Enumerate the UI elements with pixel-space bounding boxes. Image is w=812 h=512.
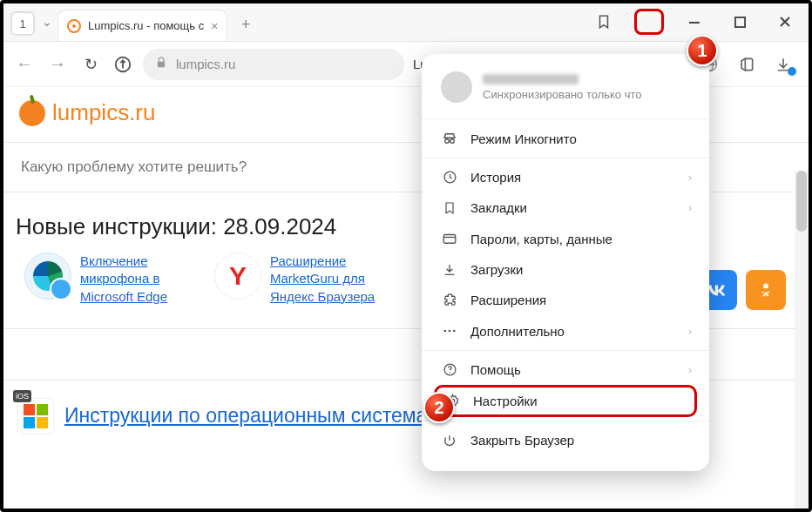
svg-point-7 bbox=[445, 139, 450, 144]
tab-title: Lumpics.ru - помощь с bbox=[88, 19, 204, 32]
svg-rect-0 bbox=[689, 22, 700, 24]
svg-rect-1 bbox=[734, 17, 744, 26]
menu-label: Помощь bbox=[470, 362, 521, 377]
yandex-home-icon[interactable] bbox=[112, 53, 134, 76]
menu-downloads[interactable]: Загрузки bbox=[422, 254, 709, 285]
reader-mode-icon[interactable] bbox=[735, 53, 758, 76]
menu-bookmarks[interactable]: Закладки › bbox=[422, 192, 709, 223]
menu-incognito[interactable]: Режим Инкогнито bbox=[422, 123, 709, 154]
bookmark-titlebar-icon[interactable] bbox=[589, 9, 619, 35]
svg-point-6 bbox=[763, 283, 768, 288]
svg-point-15 bbox=[449, 372, 450, 373]
svg-point-13 bbox=[453, 330, 456, 333]
scrollbar-thumb[interactable] bbox=[796, 171, 807, 232]
chevron-right-icon: › bbox=[688, 201, 692, 214]
history-icon bbox=[441, 170, 458, 185]
menu-passwords[interactable]: Пароли, карты, данные bbox=[422, 223, 709, 254]
article-card[interactable]: Включение микрофона в Microsoft Edge bbox=[24, 253, 199, 306]
scrollbar-track[interactable] bbox=[795, 171, 809, 509]
bookmark-icon bbox=[441, 201, 458, 215]
browser-tab-active[interactable]: Lumpics.ru - помощь с × bbox=[58, 10, 227, 41]
site-logo-text: lumpics.ru bbox=[52, 99, 155, 126]
tab-close-icon[interactable]: × bbox=[211, 19, 218, 33]
menu-label: Настройки bbox=[473, 394, 538, 408]
tab-counter[interactable]: 1 bbox=[10, 11, 35, 36]
svg-point-11 bbox=[443, 330, 446, 333]
menu-history[interactable]: История › bbox=[422, 162, 709, 192]
menu-label: Режим Инкогнито bbox=[470, 131, 577, 146]
menu-label: Закладки bbox=[470, 200, 527, 215]
menu-label: Дополнительно bbox=[470, 324, 565, 339]
yandex-browser-icon: Y bbox=[214, 253, 261, 300]
menu-user-row[interactable]: Синхронизировано только что bbox=[422, 66, 709, 115]
svg-point-8 bbox=[450, 139, 455, 144]
hamburger-icon bbox=[637, 9, 661, 35]
address-bar[interactable]: lumpics.ru bbox=[143, 49, 404, 80]
orange-logo-icon bbox=[19, 100, 45, 126]
menu-label: Пароли, карты, данные bbox=[470, 232, 612, 246]
card-icon bbox=[441, 231, 458, 246]
article-link[interactable]: Включение микрофона в Microsoft Edge bbox=[80, 253, 199, 306]
article-link[interactable]: Расширение MarketGuru для Яндекс Браузер… bbox=[270, 253, 389, 306]
reload-button[interactable]: ↻ bbox=[78, 55, 103, 74]
svg-point-5 bbox=[741, 64, 742, 65]
sync-status: Синхронизировано только что bbox=[483, 88, 642, 101]
window-minimize-button[interactable] bbox=[680, 9, 709, 35]
new-tab-button[interactable]: + bbox=[233, 11, 259, 37]
svg-rect-10 bbox=[443, 235, 456, 244]
ok-share-button[interactable] bbox=[746, 270, 786, 310]
lock-icon bbox=[155, 57, 167, 71]
download-icon bbox=[441, 263, 458, 277]
downloads-icon[interactable] bbox=[772, 53, 795, 76]
menu-close-browser[interactable]: Закрыть Браузер bbox=[422, 425, 709, 455]
incognito-icon bbox=[441, 131, 458, 146]
callout-badge-2: 2 bbox=[423, 392, 455, 423]
callout-badge-1: 1 bbox=[687, 35, 718, 66]
user-avatar bbox=[441, 71, 472, 103]
menu-label: Расширения bbox=[470, 293, 546, 307]
help-icon bbox=[441, 362, 458, 377]
menu-help[interactable]: Помощь › bbox=[422, 354, 709, 385]
more-icon bbox=[441, 323, 458, 339]
extensions-icon bbox=[441, 293, 458, 307]
main-menu-button[interactable] bbox=[634, 9, 664, 35]
menu-more[interactable]: Дополнительно › bbox=[422, 315, 709, 347]
nav-forward-button: → bbox=[45, 54, 70, 74]
chevron-right-icon: › bbox=[688, 363, 692, 376]
user-name-blurred bbox=[483, 74, 579, 84]
menu-extensions[interactable]: Расширения bbox=[422, 285, 709, 315]
chevron-right-icon: › bbox=[688, 325, 692, 338]
os-composite-icon bbox=[17, 398, 54, 435]
article-card[interactable]: Y Расширение MarketGuru для Яндекс Брауз… bbox=[214, 253, 389, 306]
menu-label: Закрыть Браузер bbox=[470, 433, 574, 448]
svg-point-12 bbox=[449, 330, 451, 333]
chevron-right-icon: › bbox=[688, 171, 692, 184]
window-close-button[interactable] bbox=[770, 9, 800, 35]
tab-dropdown-chevron[interactable]: ⌄ bbox=[42, 15, 52, 29]
nav-back-button[interactable]: ← bbox=[12, 54, 37, 74]
window-maximize-button[interactable] bbox=[725, 9, 754, 35]
address-host: lumpics.ru bbox=[176, 57, 235, 71]
main-menu-dropdown: Синхронизировано только что Режим Инкогн… bbox=[422, 54, 709, 471]
menu-label: История bbox=[470, 170, 521, 185]
edge-icon bbox=[24, 253, 71, 300]
os-heading-link[interactable]: Инструкции по операционным системам bbox=[64, 404, 441, 428]
menu-label: Загрузки bbox=[470, 262, 523, 277]
power-icon bbox=[441, 434, 458, 448]
tab-strip: 1 ⌄ Lumpics.ru - помощь с × + bbox=[3, 3, 809, 42]
menu-settings[interactable]: Настройки bbox=[434, 385, 697, 417]
tab-favicon bbox=[67, 19, 81, 33]
